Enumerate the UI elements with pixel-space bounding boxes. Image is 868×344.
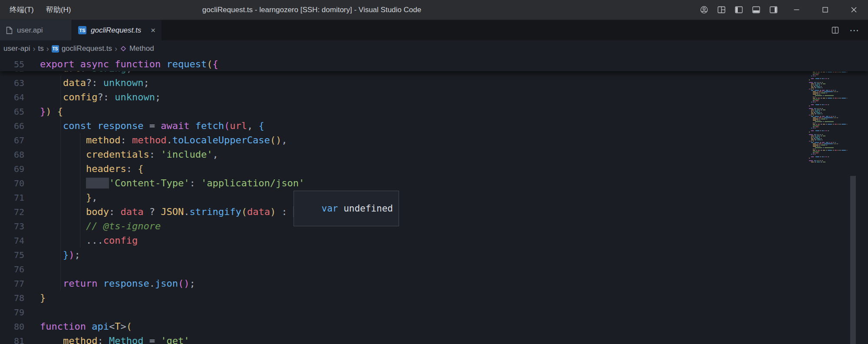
toggle-panel-icon[interactable] xyxy=(747,0,765,20)
line-number[interactable]: 63 xyxy=(0,78,24,88)
code-line-80[interactable]: 80function api<T>( xyxy=(0,319,868,334)
file-icon xyxy=(6,26,13,34)
close-tab-icon[interactable]: × xyxy=(151,26,155,34)
code-line-74[interactable]: 74 ...config xyxy=(0,233,868,248)
menu-help[interactable]: 帮助(H) xyxy=(40,0,77,20)
line-number[interactable]: 78 xyxy=(0,293,24,303)
code-line-81[interactable]: 81 method: Method = 'get' xyxy=(0,334,868,344)
split-editor-icon[interactable] xyxy=(827,23,843,38)
line-number[interactable]: 73 xyxy=(0,221,24,232)
hover-tooltip: var undefined xyxy=(294,191,399,226)
typescript-icon: TS xyxy=(52,45,59,53)
sticky-scroll-line[interactable]: 55 export async function request({ xyxy=(0,57,868,71)
method-symbol-icon xyxy=(120,45,127,52)
line-number[interactable]: 66 xyxy=(0,121,24,131)
line-number: 55 xyxy=(0,59,24,69)
tab-bar: user.api TS gocliRequest.ts × ⋯ xyxy=(0,20,868,40)
window-title: gocliRequest.ts - learngozero [SSH: domi… xyxy=(202,6,421,14)
code-text: headers: { xyxy=(40,163,143,174)
code-text: return response.json(); xyxy=(40,278,195,289)
chevron-right-icon: › xyxy=(46,44,49,53)
line-number[interactable]: 74 xyxy=(0,235,24,246)
chevron-right-icon: › xyxy=(33,44,35,53)
line-number[interactable]: 69 xyxy=(0,164,24,174)
line-number[interactable]: 65 xyxy=(0,106,24,117)
code-line-67[interactable]: 67 method: method.toLocaleUpperCase(), xyxy=(0,133,868,147)
hover-tooltip-text: var undefined xyxy=(322,203,393,214)
code-text: config?: unknown; xyxy=(40,92,161,103)
code-text: method: method.toLocaleUpperCase(), xyxy=(40,135,287,146)
code-lines: 62 url: string;63 data?: unknown;64 conf… xyxy=(0,61,868,344)
code-text: data?: unknown; xyxy=(40,77,149,88)
minimap[interactable] xyxy=(809,59,847,163)
line-number[interactable]: 81 xyxy=(0,336,24,344)
line-number[interactable]: 79 xyxy=(0,307,24,318)
customize-layout-icon[interactable] xyxy=(713,0,730,20)
line-number[interactable]: 72 xyxy=(0,207,24,217)
toggle-sidebar-left-icon[interactable] xyxy=(730,0,747,20)
titlebar: 终端(T) 帮助(H) gocliRequest.ts - learngozer… xyxy=(0,0,868,20)
code-line-76[interactable]: 76 xyxy=(0,262,868,276)
line-number[interactable]: 77 xyxy=(0,278,24,289)
more-actions-icon[interactable]: ⋯ xyxy=(846,23,862,38)
line-number[interactable]: 75 xyxy=(0,250,24,260)
code-text: }); xyxy=(40,249,80,260)
line-number[interactable]: 67 xyxy=(0,135,24,146)
code-line-75[interactable]: 75 }); xyxy=(0,248,868,262)
toggle-sidebar-right-icon[interactable] xyxy=(765,0,782,20)
minimize-button[interactable] xyxy=(782,0,811,20)
breadcrumb: user-api › ts › TS gocliRequest.ts › Met… xyxy=(0,40,868,57)
typescript-icon: TS xyxy=(78,26,86,34)
sticky-scroll[interactable]: 55 export async function request({ xyxy=(0,57,868,71)
menubar: 终端(T) 帮助(H) xyxy=(0,0,77,20)
code-text: // @ts-ignore xyxy=(40,221,161,232)
line-number[interactable]: 71 xyxy=(0,192,24,203)
line-number[interactable]: 70 xyxy=(0,178,24,189)
code-line-79[interactable]: 79 xyxy=(0,305,868,319)
code-text: }) { xyxy=(40,106,63,117)
code-line-65[interactable]: 65}) { xyxy=(0,104,868,119)
code-text: export async function request({ xyxy=(40,59,218,69)
scrollbar-thumb[interactable] xyxy=(850,176,856,344)
code-line-68[interactable]: 68 credentials: 'include', xyxy=(0,147,868,162)
line-number[interactable]: 76 xyxy=(0,264,24,275)
code-line-66[interactable]: 66 const response = await fetch(url, { xyxy=(0,119,868,133)
code-text: } xyxy=(40,292,46,303)
code-text: ...config xyxy=(40,235,138,246)
account-icon[interactable] xyxy=(695,0,713,20)
code-line-71[interactable]: 71 }, xyxy=(0,190,868,205)
line-number[interactable]: 80 xyxy=(0,321,24,332)
code-text: 'Content-Type': 'application/json' xyxy=(40,178,304,189)
chevron-right-icon: › xyxy=(115,44,117,53)
tab-label: gocliRequest.ts xyxy=(91,26,141,35)
tab-label: user.api xyxy=(17,26,43,35)
line-number[interactable]: 64 xyxy=(0,92,24,103)
code-line-73[interactable]: 73 // @ts-ignore xyxy=(0,219,868,233)
code-text: method: Method = 'get' xyxy=(40,335,189,344)
code-text: function api<T>( xyxy=(40,321,132,332)
tab-goclirequest[interactable]: TS gocliRequest.ts × xyxy=(72,20,162,40)
code-line-64[interactable]: 64 config?: unknown; xyxy=(0,90,868,104)
code-text: const response = await fetch(url, { xyxy=(40,120,264,131)
maximize-button[interactable] xyxy=(811,0,839,20)
code-line-70[interactable]: 70 'Content-Type': 'application/json' xyxy=(0,176,868,190)
breadcrumb-item-subfolder[interactable]: ts xyxy=(38,44,43,53)
close-window-button[interactable] xyxy=(839,0,868,20)
code-line-72[interactable]: 72 body: data ? JSON.stringify(data) : u… xyxy=(0,205,868,219)
breadcrumb-item-file[interactable]: TS gocliRequest.ts xyxy=(52,44,112,53)
line-number[interactable]: 68 xyxy=(0,149,24,160)
code-text: credentials: 'include', xyxy=(40,149,218,160)
tab-user-api[interactable]: user.api xyxy=(0,20,72,40)
breadcrumb-item-folder[interactable]: user-api xyxy=(3,44,30,53)
code-line-69[interactable]: 69 headers: { xyxy=(0,162,868,176)
code-line-78[interactable]: 78} xyxy=(0,291,868,305)
code-line-77[interactable]: 77 return response.json(); xyxy=(0,276,868,291)
menu-terminal[interactable]: 终端(T) xyxy=(3,0,40,20)
breadcrumb-item-symbol[interactable]: Method xyxy=(120,44,154,53)
code-text: }, xyxy=(40,192,97,203)
editor[interactable]: 62 url: string;63 data?: unknown;64 conf… xyxy=(0,57,868,344)
code-line-63[interactable]: 63 data?: unknown; xyxy=(0,76,868,90)
